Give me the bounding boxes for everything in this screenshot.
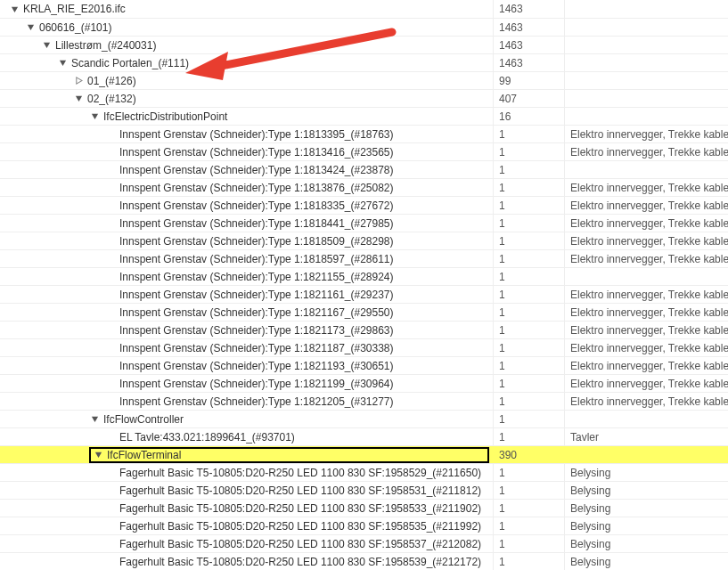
tree-name-cell[interactable]: Lillestrøm_(#240031): [0, 37, 493, 53]
tree-name-cell[interactable]: Fagerhult Basic T5-10805:D20-R250 LED 11…: [0, 464, 493, 481]
tree-name-cell[interactable]: Innspent Grenstav (Schneider):Type 1:181…: [0, 179, 493, 196]
expand-open-icon[interactable]: [41, 40, 52, 51]
description-cell: [564, 37, 728, 53]
indent-spacer: [0, 223, 105, 224]
tree-name-cell[interactable]: Fagerhult Basic T5-10805:D20-R250 LED 11…: [0, 517, 493, 534]
tree-name-cell[interactable]: Scandic Portalen_(#111): [0, 54, 493, 71]
description-cell: Belysing: [564, 464, 728, 481]
tree-name-cell[interactable]: Innspent Grenstav (Schneider):Type 1:182…: [0, 339, 493, 356]
tree-node-label: Innspent Grenstav (Schneider):Type 1:182…: [119, 289, 394, 301]
tree-name-cell[interactable]: Innspent Grenstav (Schneider):Type 1:181…: [0, 126, 493, 142]
tree-node-label: Innspent Grenstav (Schneider):Type 1:182…: [119, 271, 394, 283]
tree-name-cell[interactable]: 060616_(#101): [0, 19, 493, 36]
expand-open-icon[interactable]: [93, 450, 103, 460]
tree-name-cell[interactable]: Innspent Grenstav (Schneider):Type 1:182…: [0, 304, 493, 321]
tree-row[interactable]: Fagerhult Basic T5-10805:D20-R250 LED 11…: [0, 517, 728, 534]
tree-row[interactable]: Scandic Portalen_(#111)1463: [0, 53, 728, 71]
tree-row[interactable]: Innspent Grenstav (Schneider):Type 1:182…: [0, 356, 728, 374]
description-cell: Elektro innervegger, Trekke kabler, Kor: [564, 143, 728, 160]
expand-open-icon[interactable]: [89, 414, 100, 425]
expand-open-icon[interactable]: [89, 111, 100, 122]
tree-name-cell[interactable]: Innspent Grenstav (Schneider):Type 1:181…: [0, 250, 493, 267]
tree-row[interactable]: IfcElectricDistributionPoint16: [0, 107, 728, 125]
tree-name-cell[interactable]: Innspent Grenstav (Schneider):Type 1:181…: [0, 215, 493, 232]
description-cell: Elektro innervegger, Trekke kabler, Kor: [564, 322, 728, 338]
tree-row[interactable]: Fagerhult Basic T5-10805:D20-R250 LED 11…: [0, 552, 728, 570]
indent-spacer: [0, 205, 105, 206]
tree-name-cell[interactable]: Innspent Grenstav (Schneider):Type 1:181…: [0, 232, 493, 249]
tree-name-cell[interactable]: Innspent Grenstav (Schneider):Type 1:181…: [0, 161, 493, 178]
tree-node-label: Fagerhult Basic T5-10805:D20-R250 LED 11…: [119, 556, 481, 568]
expand-closed-icon[interactable]: [73, 76, 84, 86]
tree-name-cell[interactable]: Fagerhult Basic T5-10805:D20-R250 LED 11…: [0, 535, 493, 552]
tree-name-cell[interactable]: IfcFlowController: [0, 411, 493, 427]
expand-open-icon[interactable]: [57, 58, 68, 69]
no-toggle: [105, 503, 116, 514]
tree-node-label: Fagerhult Basic T5-10805:D20-R250 LED 11…: [119, 484, 481, 497]
description-cell: Elektro innervegger, Trekke kabler, Kor: [564, 232, 728, 249]
tree-node-label: Innspent Grenstav (Schneider):Type 1:181…: [119, 235, 394, 248]
tree-row[interactable]: IfcFlowController1: [0, 410, 728, 427]
description-cell: Elektro innervegger, Trekke kabler, Kor: [564, 126, 728, 142]
tree-name-cell[interactable]: 02_(#132): [0, 90, 493, 107]
tree-row[interactable]: Innspent Grenstav (Schneider):Type 1:181…: [0, 232, 728, 249]
tree-row[interactable]: Innspent Grenstav (Schneider):Type 1:181…: [0, 142, 728, 160]
count-cell: 1: [493, 197, 564, 214]
tree-row[interactable]: Innspent Grenstav (Schneider):Type 1:181…: [0, 196, 728, 214]
tree-name-cell[interactable]: Fagerhult Basic T5-10805:D20-R250 LED 11…: [0, 553, 493, 570]
tree-row[interactable]: Innspent Grenstav (Schneider):Type 1:181…: [0, 214, 728, 232]
no-toggle: [105, 432, 116, 443]
tree-name-cell[interactable]: Innspent Grenstav (Schneider):Type 1:182…: [0, 286, 493, 303]
tree-name-cell[interactable]: EL Tavle:433.021:1899641_(#93701): [0, 428, 493, 445]
tree-node-label: 02_(#132): [87, 93, 136, 105]
tree-name-cell[interactable]: Innspent Grenstav (Schneider):Type 1:181…: [0, 197, 493, 214]
expand-open-icon[interactable]: [73, 94, 84, 104]
tree-row[interactable]: Fagerhult Basic T5-10805:D20-R250 LED 11…: [0, 534, 728, 552]
tree-row[interactable]: Innspent Grenstav (Schneider):Type 1:182…: [0, 303, 728, 321]
tree-row[interactable]: Innspent Grenstav (Schneider):Type 1:182…: [0, 285, 728, 303]
tree-row[interactable]: Fagerhult Basic T5-10805:D20-R250 LED 11…: [0, 481, 728, 499]
tree-row[interactable]: 02_(#132)407: [0, 89, 728, 107]
tree-row[interactable]: Fagerhult Basic T5-10805:D20-R250 LED 11…: [0, 463, 728, 481]
indent-spacer: [0, 294, 105, 295]
expand-open-icon[interactable]: [25, 22, 36, 33]
indent-spacer: [0, 347, 105, 348]
tree-name-cell[interactable]: Innspent Grenstav (Schneider):Type 1:182…: [0, 357, 493, 374]
tree-row[interactable]: EL Tavle:433.021:1899641_(#93701)1Tavler: [0, 427, 728, 445]
count-cell: 1: [493, 126, 564, 142]
tree-name-cell[interactable]: IfcElectricDistributionPoint: [0, 108, 493, 125]
tree-row[interactable]: IfcFlowTerminal390: [0, 445, 728, 463]
tree-row[interactable]: Innspent Grenstav (Schneider):Type 1:182…: [0, 338, 728, 356]
no-toggle: [105, 218, 116, 229]
tree-row[interactable]: Innspent Grenstav (Schneider):Type 1:182…: [0, 392, 728, 410]
description-cell: Elektro innervegger, Trekke kabler, Kor: [564, 215, 728, 232]
tree-name-cell[interactable]: Innspent Grenstav (Schneider):Type 1:182…: [0, 375, 493, 392]
tree-row[interactable]: Innspent Grenstav (Schneider):Type 1:181…: [0, 160, 728, 178]
tree-row[interactable]: Innspent Grenstav (Schneider):Type 1:182…: [0, 374, 728, 392]
tree-name-cell[interactable]: Innspent Grenstav (Schneider):Type 1:182…: [0, 322, 493, 338]
tree-row[interactable]: Innspent Grenstav (Schneider):Type 1:181…: [0, 125, 728, 142]
tree-row[interactable]: 060616_(#101)1463: [0, 18, 728, 36]
tree-name-cell[interactable]: IfcFlowTerminal: [0, 446, 493, 463]
tree-name-cell[interactable]: 01_(#126): [0, 72, 493, 89]
tree-row[interactable]: Innspent Grenstav (Schneider):Type 1:181…: [0, 249, 728, 267]
tree-name-cell[interactable]: Innspent Grenstav (Schneider):Type 1:181…: [0, 143, 493, 160]
description-cell: [564, 161, 728, 178]
no-toggle: [105, 165, 116, 175]
tree-name-cell[interactable]: Fagerhult Basic T5-10805:D20-R250 LED 11…: [0, 500, 493, 517]
tree-row[interactable]: Innspent Grenstav (Schneider):Type 1:181…: [0, 178, 728, 196]
indent-spacer: [0, 9, 9, 10]
tree-row[interactable]: Innspent Grenstav (Schneider):Type 1:182…: [0, 267, 728, 285]
expand-open-icon[interactable]: [9, 4, 20, 14]
tree-row[interactable]: Fagerhult Basic T5-10805:D20-R250 LED 11…: [0, 499, 728, 517]
tree-name-cell[interactable]: Fagerhult Basic T5-10805:D20-R250 LED 11…: [0, 482, 493, 499]
tree-row[interactable]: 01_(#126)99: [0, 71, 728, 89]
tree-name-cell[interactable]: Innspent Grenstav (Schneider):Type 1:182…: [0, 268, 493, 285]
tree-name-cell[interactable]: KRLA_RIE_E2016.ifc: [0, 0, 493, 18]
tree-row[interactable]: Lillestrøm_(#240031)1463: [0, 36, 728, 53]
tree-name-cell[interactable]: Innspent Grenstav (Schneider):Type 1:182…: [0, 393, 493, 410]
tree-row[interactable]: KRLA_RIE_E2016.ifc1463: [0, 0, 728, 18]
description-cell: [564, 19, 728, 36]
tree-node-label: Fagerhult Basic T5-10805:D20-R250 LED 11…: [119, 538, 481, 550]
tree-row[interactable]: Innspent Grenstav (Schneider):Type 1:182…: [0, 321, 728, 338]
